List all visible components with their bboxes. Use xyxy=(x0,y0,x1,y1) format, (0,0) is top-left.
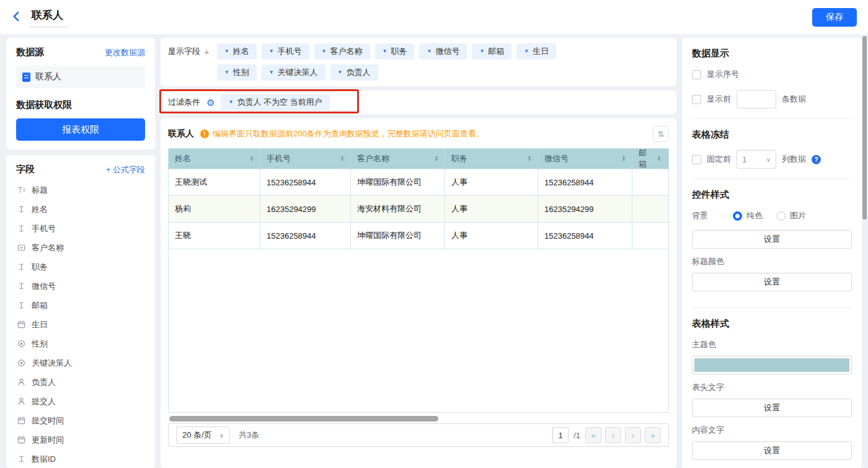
column-header[interactable]: 手机号▲▼ xyxy=(260,149,351,169)
sort-arrows-icon: ▲▼ xyxy=(246,156,254,162)
image-radio[interactable]: 图片 xyxy=(776,210,806,221)
display-field-chip[interactable]: ▼ 客户名称 xyxy=(314,43,370,60)
chevron-down-icon: ▼ xyxy=(224,70,229,75)
field-item[interactable]: 职务 xyxy=(16,257,145,276)
horizontal-scrollbar-thumb[interactable] xyxy=(169,416,438,422)
show-first-count-input[interactable] xyxy=(737,90,776,108)
chevron-down-icon: ∨ xyxy=(766,156,771,163)
field-item[interactable]: 数据ID xyxy=(16,449,145,468)
column-header[interactable]: 姓名▲▼ xyxy=(169,149,260,169)
text-icon xyxy=(16,454,26,464)
header-text-label: 表头文字 xyxy=(692,382,852,393)
show-first-suffix: 条数据 xyxy=(782,94,806,105)
display-field-chip[interactable]: ▼ 微信号 xyxy=(419,43,467,60)
background-set-button[interactable]: 设置 xyxy=(692,230,852,249)
title-color-set-button[interactable]: 设置 xyxy=(692,273,852,291)
chevron-left-icon xyxy=(11,11,22,24)
show-index-checkbox[interactable] xyxy=(692,70,701,79)
column-header[interactable]: 微信号▲▼ xyxy=(538,149,632,169)
preview-card: 联系人 ! 编辑界面只取数据源前200条作为查询数据预览，完整数据请访问页面查看… xyxy=(161,118,676,468)
display-field-chip[interactable]: ▼ 负责人 xyxy=(330,64,378,81)
page-title[interactable]: 联系人 xyxy=(30,7,68,27)
chevron-down-icon: ▼ xyxy=(338,70,343,75)
next-page-button[interactable]: › xyxy=(625,427,641,443)
last-page-button[interactable]: » xyxy=(645,427,661,443)
header-text-set-button[interactable]: 设置 xyxy=(692,399,852,417)
display-field-chip[interactable]: ▼ 邮箱 xyxy=(472,43,512,60)
chevron-down-icon: ▼ xyxy=(479,49,484,54)
column-header[interactable]: 客户名称▲▼ xyxy=(351,149,445,169)
filter-condition-chip[interactable]: ▼ 负责人 不为空 当前用户 xyxy=(221,94,329,110)
main-panel: 显示字段 + ▼ 姓名 ▼ 手机号 ▼ 客户名称 ▼ 职务 ▼ 微信号 ▼ 邮箱… xyxy=(161,38,676,468)
field-item[interactable]: 关键决策人 xyxy=(16,353,145,373)
display-field-chip[interactable]: ▼ 性别 xyxy=(217,64,257,81)
prev-page-button[interactable]: ‹ xyxy=(605,427,621,443)
settings-card: 数据显示 显示序号 显示前 条数据 表格冻结 固定前 1 ∨ 列数据 xyxy=(682,38,862,468)
field-item[interactable]: 姓名 xyxy=(16,200,145,219)
display-field-chip[interactable]: ▼ 手机号 xyxy=(262,43,309,60)
field-item[interactable]: 提交人 xyxy=(16,392,145,411)
field-item[interactable]: 性别 xyxy=(16,334,145,353)
column-header[interactable]: 邮箱▲▼ xyxy=(632,149,667,169)
display-field-chip[interactable]: ▼ 生日 xyxy=(516,43,556,60)
freeze-checkbox[interactable] xyxy=(692,155,701,164)
page-number-input[interactable]: 1 xyxy=(552,427,569,443)
first-page-button[interactable]: « xyxy=(585,427,601,443)
table-body: 王晓测试15236258944坤曜国际有限公司人事15236258944杨莉16… xyxy=(169,169,668,249)
table-cell: 16235294299 xyxy=(538,196,632,222)
field-item[interactable]: 更新时间 xyxy=(16,430,145,449)
table-cell: 15236258944 xyxy=(538,223,632,249)
theme-color-picker[interactable] xyxy=(692,356,852,374)
field-item[interactable]: 标题 xyxy=(16,180,145,200)
freeze-count-select[interactable]: 1 ∨ xyxy=(737,150,776,169)
gear-icon[interactable]: ⚙ xyxy=(206,98,215,107)
display-field-chip[interactable]: ▼ 姓名 xyxy=(217,43,257,60)
field-item[interactable]: 邮箱 xyxy=(16,296,145,315)
table-cell: 坤曜国际有限公司 xyxy=(351,169,445,195)
add-display-field-button[interactable]: + xyxy=(204,46,210,57)
field-item[interactable]: 微信号 xyxy=(16,276,145,296)
content-text-set-button[interactable]: 设置 xyxy=(692,441,852,460)
display-field-chip[interactable]: ▼ 职务 xyxy=(375,43,415,60)
background-label: 背景 xyxy=(692,210,733,221)
sort-arrows-icon: ▲▼ xyxy=(337,156,344,162)
add-formula-field-link[interactable]: + 公式字段 xyxy=(106,164,145,175)
datasource-item[interactable]: 联系人 xyxy=(16,66,145,88)
display-fields-card: 显示字段 + ▼ 姓名 ▼ 手机号 ▼ 客户名称 ▼ 职务 ▼ 微信号 ▼ 邮箱… xyxy=(161,38,676,86)
radio-unselected-icon xyxy=(776,211,786,221)
theme-color-swatch xyxy=(694,358,849,372)
help-icon[interactable]: ? xyxy=(812,155,821,164)
radio-selected-icon xyxy=(733,211,742,221)
field-item[interactable]: 负责人 xyxy=(16,373,145,392)
change-datasource-link[interactable]: 更改数据源 xyxy=(105,47,145,58)
sort-arrows-icon: ▲▼ xyxy=(653,156,661,162)
text-icon xyxy=(16,262,26,272)
text-icon xyxy=(16,224,26,234)
page-size-select[interactable]: 20 条/页 ∨ xyxy=(176,426,230,444)
divider xyxy=(692,307,852,308)
radio-icon xyxy=(16,339,26,349)
solid-color-radio[interactable]: 纯色 xyxy=(733,210,763,221)
calendar-icon xyxy=(16,320,26,330)
show-first-checkbox[interactable] xyxy=(692,95,701,104)
field-item[interactable]: 客户名称 xyxy=(16,238,145,257)
sort-arrows-icon: ▲▼ xyxy=(524,156,531,162)
field-item[interactable]: 手机号 xyxy=(16,219,145,238)
column-header[interactable]: 职务▲▼ xyxy=(445,149,538,169)
vertical-scrollbar-thumb[interactable] xyxy=(862,36,867,219)
field-item[interactable]: 生日 xyxy=(16,315,145,334)
freeze-title: 表格冻结 xyxy=(692,129,852,141)
table-cell: 15236258944 xyxy=(260,223,351,249)
display-field-chip[interactable]: ▼ 关键决策人 xyxy=(262,64,326,81)
save-button[interactable]: 保存 xyxy=(812,8,857,27)
back-button[interactable] xyxy=(11,11,22,24)
table-cell: 杨莉 xyxy=(169,196,260,222)
pager: 1 /1 « ‹ › » xyxy=(552,427,661,443)
fields-title: 字段 xyxy=(16,164,35,175)
display-field-chips: ▼ 姓名 ▼ 手机号 ▼ 客户名称 ▼ 职务 ▼ 微信号 ▼ 邮箱 ▼ 生日 ▼… xyxy=(217,43,589,81)
title-icon xyxy=(16,185,26,195)
report-permission-button[interactable]: 报表权限 xyxy=(16,118,145,141)
sort-order-button[interactable]: ⇅ xyxy=(653,126,669,142)
text-icon xyxy=(16,301,26,311)
field-item[interactable]: 提交时间 xyxy=(16,411,145,430)
